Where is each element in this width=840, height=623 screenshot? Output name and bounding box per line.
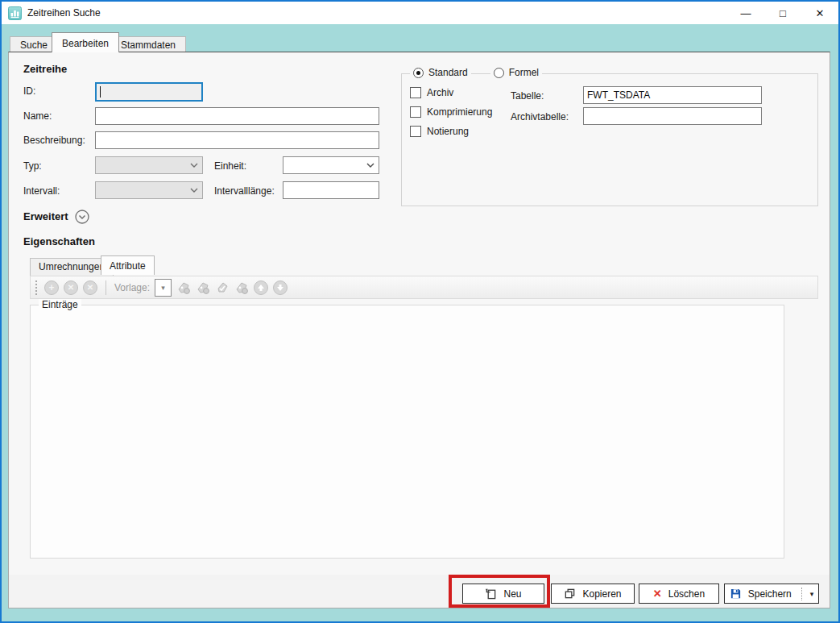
tab-bearbeiten[interactable]: Bearbeiten [52, 32, 119, 52]
einheit-dropdown[interactable] [283, 156, 379, 174]
save-floppy-icon [730, 588, 742, 600]
checkbox-icon [410, 87, 421, 98]
checkbox-komprimierung-label: Komprimierung [427, 106, 492, 118]
tab-page-bearbeiten: Zeitreihe ID: Name: Beschreibung: Typ: E… [8, 52, 830, 608]
window-controls: — □ ✕ [727, 2, 838, 24]
tab-attribute[interactable]: Attribute [101, 255, 155, 275]
copy-icon [564, 588, 576, 600]
speichern-split-button[interactable]: Speichern ▾ [724, 584, 819, 604]
window-title: Zeitreihen Suche [27, 7, 101, 19]
eintraege-list-area[interactable]: Einträge [30, 305, 784, 559]
intervall-dropdown[interactable] [95, 181, 203, 199]
tabelle-label: Tabelle: [511, 90, 544, 102]
loeschen-button[interactable]: ✕ Löschen [639, 584, 719, 604]
new-document-icon [485, 588, 497, 600]
radio-standard-label: Standard [428, 67, 468, 78]
speichern-dropdown-arrow-icon[interactable]: ▾ [810, 590, 814, 598]
archivtabelle-label: Archivtabelle: [511, 111, 569, 123]
beschreibung-field[interactable] [95, 131, 379, 149]
footer-button-bar: Neu Kopieren ✕ Löschen [9, 575, 830, 608]
checkbox-notierung[interactable]: Notierung [410, 126, 469, 137]
remove-all-entries-button[interactable]: ✕ [83, 280, 97, 295]
eintraege-group-label: Einträge [39, 299, 81, 310]
options-groupbox: Standard Formel Archiv Komprimierung Not… [401, 73, 818, 206]
erweitert-toggle-label: Erweitert [23, 210, 68, 222]
close-icon[interactable]: ✕ [801, 2, 838, 24]
section-title-zeitreihe: Zeitreihe [23, 63, 67, 75]
neu-button[interactable]: Neu [462, 584, 544, 604]
delete-x-icon: ✕ [653, 588, 662, 600]
minimize-icon[interactable]: — [727, 2, 764, 24]
loeschen-button-label: Löschen [668, 588, 705, 600]
checkbox-notierung-label: Notierung [427, 126, 469, 137]
radio-standard[interactable]: Standard [410, 67, 471, 78]
split-separator [801, 588, 802, 600]
archivtabelle-field[interactable] [583, 107, 762, 125]
radio-selected-icon [413, 68, 424, 78]
radio-formel[interactable]: Formel [490, 67, 542, 78]
checkbox-archiv[interactable]: Archiv [410, 87, 453, 98]
text-caret [100, 86, 101, 98]
kopieren-button-label: Kopieren [582, 588, 621, 600]
intervalllaenge-label: Intervalllänge: [214, 185, 275, 197]
template-add-icon[interactable] [176, 280, 191, 295]
expand-chevron-icon[interactable] [75, 210, 89, 224]
remove-entry-button[interactable]: ✕ [64, 280, 78, 295]
attribute-toolbar: + ✕ ✕ Vorlage: ▾ [30, 276, 818, 299]
template-remove-icon[interactable] [234, 280, 249, 295]
app-icon [8, 6, 22, 20]
toolbar-separator [106, 280, 106, 295]
tabelle-field[interactable] [583, 86, 762, 104]
typ-label: Typ: [23, 160, 42, 172]
chevron-down-icon [366, 161, 374, 169]
checkbox-archiv-label: Archiv [427, 87, 453, 98]
checkbox-icon [410, 106, 421, 118]
checkbox-icon [410, 126, 421, 137]
kopieren-button[interactable]: Kopieren [551, 584, 635, 604]
radio-formel-label: Formel [509, 67, 539, 78]
radio-unselected-icon [494, 68, 504, 78]
template-update-icon[interactable] [196, 280, 210, 295]
add-entry-button[interactable]: + [44, 280, 59, 295]
id-label: ID: [23, 85, 35, 97]
arrow-down-icon [276, 284, 284, 292]
eigenschaften-section-label: Eigenschaften [23, 235, 95, 247]
beschreibung-label: Beschreibung: [23, 135, 85, 146]
chevron-down-icon [190, 186, 198, 194]
vorlage-label: Vorlage: [114, 282, 150, 293]
template-apply-icon[interactable] [215, 280, 230, 295]
title-bar: Zeitreihen Suche — □ ✕ [2, 2, 838, 24]
name-label: Name: [23, 110, 52, 122]
id-field[interactable] [95, 82, 203, 102]
neu-button-label: Neu [503, 588, 521, 600]
typ-dropdown[interactable] [95, 156, 203, 174]
intervalllaenge-field[interactable] [283, 181, 379, 199]
move-up-button[interactable] [254, 280, 268, 295]
mode-radio-group: Standard Formel [410, 67, 542, 78]
einheit-label: Einheit: [214, 160, 246, 172]
name-field[interactable] [95, 107, 379, 125]
toolbar-grip-handle[interactable] [35, 280, 38, 295]
arrow-up-icon [257, 284, 265, 292]
vorlage-dropdown[interactable]: ▾ [155, 279, 172, 297]
intervall-label: Intervall: [23, 185, 60, 197]
app-window: Zeitreihen Suche — □ ✕ Suche Bearbeiten … [0, 0, 840, 623]
maximize-icon[interactable]: □ [764, 2, 801, 24]
chevron-down-icon [190, 161, 198, 169]
move-down-button[interactable] [273, 280, 288, 295]
checkbox-komprimierung[interactable]: Komprimierung [410, 106, 492, 118]
speichern-button-label: Speichern [748, 588, 792, 600]
